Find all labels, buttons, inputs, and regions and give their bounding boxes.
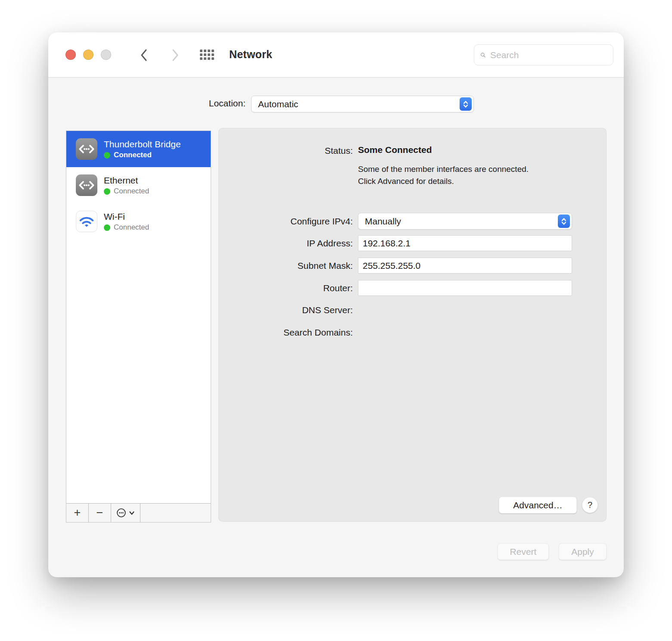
router-label: Router: — [219, 283, 353, 293]
ip-address-label: IP Address: — [219, 238, 353, 249]
location-dropdown[interactable]: Automatic — [251, 96, 474, 112]
chevron-right-icon — [171, 48, 180, 62]
dropdown-stepper-icon — [558, 215, 570, 228]
zoom-button[interactable] — [101, 50, 111, 60]
revert-button[interactable]: Revert — [498, 543, 549, 560]
thunderbolt-bridge-icon — [76, 138, 97, 160]
toolbar: Network — [48, 32, 624, 78]
action-bar-spacer — [140, 504, 211, 522]
traffic-lights — [65, 50, 111, 60]
connected-status-dot — [104, 188, 110, 195]
interface-status: Connected — [114, 187, 149, 196]
sidebar-item-wifi[interactable]: Wi-Fi Connected — [66, 203, 211, 240]
search-icon — [480, 50, 486, 60]
remove-interface-button[interactable]: − — [89, 504, 111, 522]
ellipsis-circle-icon — [116, 507, 127, 518]
help-button[interactable]: ? — [582, 497, 598, 513]
subnet-mask-field[interactable] — [358, 258, 572, 274]
wifi-icon — [76, 211, 97, 232]
chevron-left-icon — [139, 48, 149, 62]
search-input[interactable] — [490, 50, 607, 60]
page-title: Network — [229, 48, 272, 61]
configure-ipv4-dropdown[interactable]: Manually — [358, 213, 572, 230]
connected-status-dot — [104, 152, 110, 159]
forward-button[interactable] — [168, 48, 183, 62]
status-label: Status: — [219, 146, 353, 156]
sidebar-item-thunderbolt-bridge[interactable]: Thunderbolt Bridge Connected — [66, 131, 211, 167]
router-field[interactable] — [358, 280, 572, 296]
interface-list: Thunderbolt Bridge Connected Ethernet — [66, 131, 211, 523]
apply-button[interactable]: Apply — [559, 543, 607, 560]
interface-name: Wi-Fi — [104, 211, 149, 222]
interface-status: Connected — [114, 151, 152, 159]
back-button[interactable] — [137, 48, 151, 62]
location-label: Location: — [159, 98, 246, 109]
location-value: Automatic — [258, 99, 298, 109]
sidebar-action-bar: + − — [66, 503, 211, 522]
settings-pane: Status: Some Connected Some of the membe… — [218, 128, 607, 522]
ethernet-icon — [76, 174, 97, 196]
minimize-button[interactable] — [83, 50, 93, 60]
ip-address-field[interactable] — [358, 235, 572, 251]
show-all-grid-icon[interactable] — [200, 50, 214, 60]
status-value: Some Connected — [358, 145, 432, 155]
chevron-down-icon — [128, 510, 135, 517]
close-button[interactable] — [65, 50, 76, 60]
interface-name: Ethernet — [104, 175, 149, 186]
dropdown-stepper-icon — [460, 97, 472, 111]
interface-status: Connected — [114, 223, 149, 232]
search-domains-label: Search Domains: — [219, 327, 353, 338]
search-field[interactable] — [474, 44, 613, 65]
configure-ipv4-value: Manually — [365, 216, 401, 227]
interface-name: Thunderbolt Bridge — [104, 139, 181, 150]
network-preferences-window: Network Location: Automatic — [48, 32, 624, 577]
subnet-mask-label: Subnet Mask: — [219, 261, 353, 271]
status-description: Some of the member interfaces are connec… — [358, 163, 529, 187]
connected-status-dot — [104, 224, 110, 231]
sidebar-item-ethernet[interactable]: Ethernet Connected — [66, 167, 211, 203]
advanced-button[interactable]: Advanced… — [499, 497, 577, 513]
dns-server-label: DNS Server: — [219, 305, 353, 315]
more-actions-button[interactable] — [111, 504, 140, 522]
configure-ipv4-label: Configure IPv4: — [219, 216, 353, 227]
add-interface-button[interactable]: + — [66, 504, 89, 522]
